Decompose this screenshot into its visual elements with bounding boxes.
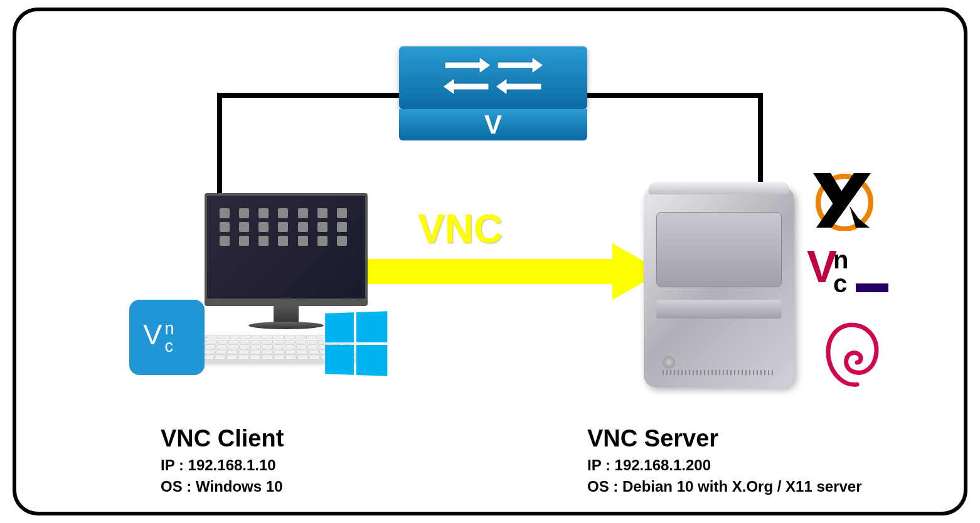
network-cable-right	[758, 93, 763, 188]
network-cable-left	[217, 93, 222, 193]
client-ip-label: IP :	[161, 457, 188, 473]
switch-label: V	[399, 109, 587, 140]
client-ip: 192.168.1.10	[188, 457, 276, 473]
client-title: VNC Client	[161, 425, 284, 452]
client-computer-icon: V n c	[142, 193, 393, 369]
xorg-logo-icon	[807, 168, 876, 231]
server-computer-icon	[644, 187, 794, 388]
server-title: VNC Server	[587, 425, 862, 452]
svg-text:V: V	[807, 243, 837, 292]
vnc-client-logo-icon: V n c	[129, 300, 205, 375]
server-ip-label: IP :	[587, 457, 615, 473]
server-ip: 192.168.1.200	[615, 457, 711, 473]
svg-text:V: V	[143, 319, 162, 351]
svg-rect-7	[856, 283, 888, 292]
svg-text:n: n	[164, 319, 174, 338]
debian-logo-icon	[819, 319, 882, 394]
network-switch-icon: V	[399, 46, 587, 140]
svg-text:c: c	[164, 337, 173, 356]
diagram-frame: V VNC	[13, 8, 967, 515]
client-os: Windows 10	[196, 478, 282, 495]
svg-text:c: c	[833, 270, 847, 297]
server-label-block: VNC Server IP : 192.168.1.200 OS : Debia…	[587, 425, 862, 497]
server-os-label: OS :	[587, 478, 622, 495]
vnc-server-logo-icon: V n c	[807, 243, 888, 300]
client-label-block: VNC Client IP : 192.168.1.10 OS : Window…	[161, 425, 284, 497]
server-os: Debian 10 with X.Org / X11 server	[622, 478, 862, 495]
windows-logo-icon	[325, 311, 387, 376]
client-os-label: OS :	[161, 478, 196, 495]
